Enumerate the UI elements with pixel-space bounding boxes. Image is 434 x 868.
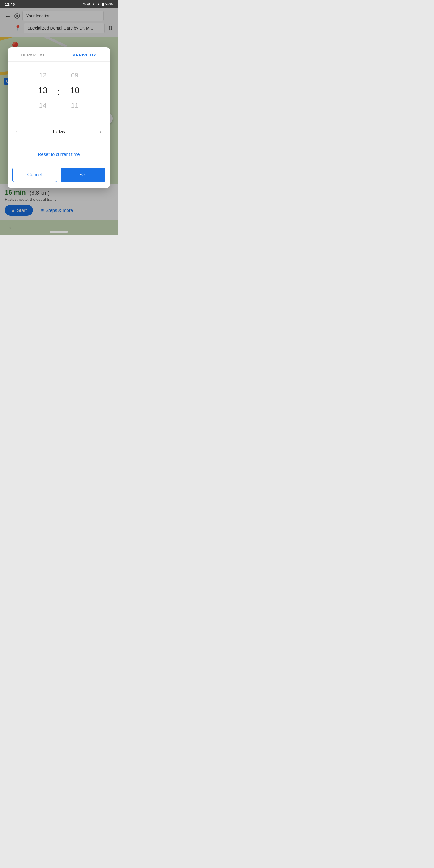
cancel-button[interactable]: Cancel [12, 167, 57, 182]
location-icon: ⊙ [83, 2, 86, 6]
set-button[interactable]: Set [61, 167, 105, 182]
wifi-icon: ▲ [92, 2, 95, 6]
home-indicator [50, 231, 68, 233]
battery-icon: ▮ [102, 2, 104, 6]
time-picker-modal: DEPART AT ARRIVE BY 12 13 14 : 09 10 11 … [7, 47, 110, 188]
date-label: Today [52, 129, 65, 135]
hour-prev[interactable]: 12 [29, 69, 56, 82]
time-picker: 12 13 14 : 09 10 11 [7, 62, 110, 117]
hours-column: 12 13 14 [29, 69, 56, 112]
modal-overlay[interactable]: DEPART AT ARRIVE BY 12 13 14 : 09 10 11 … [0, 0, 118, 235]
modal-actions: Cancel Set [7, 163, 110, 188]
dnd-icon: ⊖ [87, 2, 90, 6]
minutes-column: 09 10 11 [61, 69, 88, 112]
status-icons: ⊙ ⊖ ▲ ▲ ▮ 98% [83, 2, 113, 6]
minute-prev[interactable]: 09 [61, 69, 88, 82]
reset-button[interactable]: Reset to current time [7, 147, 110, 163]
battery-label: 98% [105, 2, 113, 6]
next-date-button[interactable]: › [97, 127, 104, 137]
prev-date-button[interactable]: ‹ [13, 127, 21, 137]
system-back-button[interactable]: ‹ [9, 224, 11, 231]
time-colon: : [56, 87, 61, 97]
status-bar: 12:40 ⊙ ⊖ ▲ ▲ ▮ 98% [0, 0, 118, 8]
time-display: 12:40 [5, 2, 15, 7]
modal-tabs: DEPART AT ARRIVE BY [7, 47, 110, 62]
divider-1 [7, 119, 110, 119]
signal-icon: ▲ [97, 2, 100, 6]
minute-selected[interactable]: 10 [61, 82, 88, 99]
minute-next[interactable]: 11 [61, 99, 88, 112]
hour-next[interactable]: 14 [29, 99, 56, 112]
date-navigation: ‹ Today › [7, 122, 110, 142]
depart-at-tab[interactable]: DEPART AT [7, 47, 59, 61]
hour-selected[interactable]: 13 [29, 82, 56, 99]
arrive-by-tab[interactable]: ARRIVE BY [59, 47, 110, 61]
